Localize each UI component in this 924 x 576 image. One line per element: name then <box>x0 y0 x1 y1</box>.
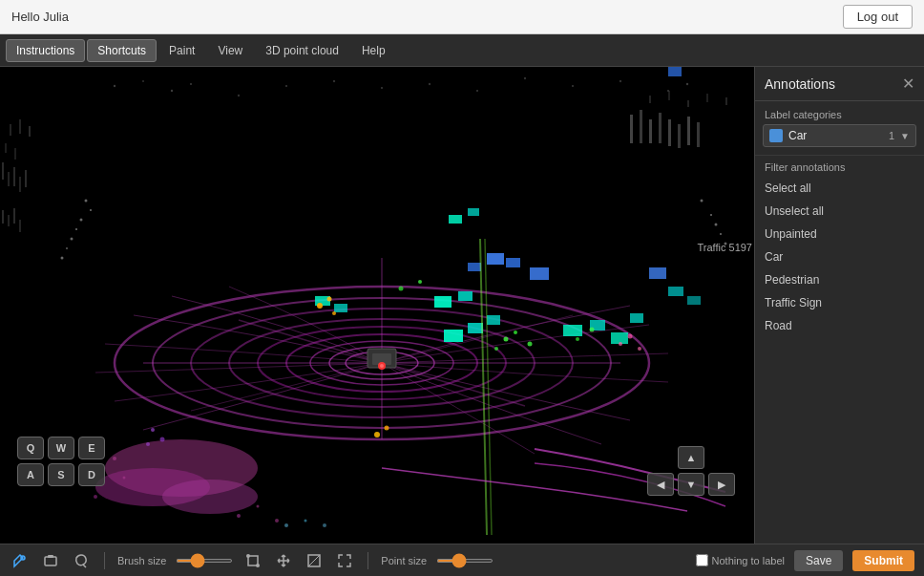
logout-button[interactable]: Log out <box>843 5 913 29</box>
svg-point-76 <box>327 297 332 302</box>
svg-point-67 <box>418 280 422 284</box>
keyboard-shortcuts-overlay: Q W E A S D <box>17 437 105 486</box>
filter-list: Select allUnselect allUnpaintedCarPedest… <box>755 177 924 337</box>
rect-select-icon[interactable] <box>40 550 61 571</box>
svg-rect-21 <box>10 124 11 136</box>
instructions-button[interactable]: Instructions <box>6 39 85 62</box>
crop-icon[interactable] <box>242 550 263 571</box>
nav-down-button[interactable]: ▼ <box>678 473 704 496</box>
svg-rect-115 <box>687 117 690 145</box>
svg-point-2 <box>142 80 144 82</box>
svg-rect-119 <box>13 167 15 186</box>
filter-item-traffic-sign[interactable]: Traffic Sign <box>755 291 924 314</box>
pen-tool-icon[interactable] <box>10 550 31 571</box>
svg-rect-116 <box>697 122 700 147</box>
top-bar: Hello Julia Log out <box>0 0 924 34</box>
fullscreen-icon[interactable] <box>334 550 355 571</box>
filter-item-unselect-all[interactable]: Unselect all <box>755 200 924 223</box>
svg-rect-60 <box>334 304 347 312</box>
close-panel-button[interactable]: ✕ <box>902 75 914 93</box>
svg-rect-128 <box>48 555 53 558</box>
brush-size-slider[interactable] <box>176 559 233 563</box>
svg-rect-111 <box>649 119 652 143</box>
svg-rect-50 <box>444 330 463 342</box>
svg-rect-20 <box>725 97 727 105</box>
nav-right-button[interactable]: ▶ <box>708 473 735 496</box>
svg-point-10 <box>476 90 478 92</box>
svg-rect-125 <box>19 220 21 232</box>
svg-point-11 <box>524 77 526 79</box>
svg-rect-25 <box>14 148 16 160</box>
greeting-text: Hello Julia <box>11 10 69 24</box>
view-button[interactable]: View <box>207 39 253 62</box>
svg-rect-110 <box>640 110 642 143</box>
paint-button[interactable]: Paint <box>158 39 205 62</box>
filter-item-select-all[interactable]: Select all <box>755 177 924 200</box>
main-area: Traffic 5197 Q W E A S D ▲ ◀ ▼ ▶ <box>0 67 924 544</box>
svg-point-12 <box>572 85 574 87</box>
lasso-icon[interactable] <box>71 550 92 571</box>
key-d: D <box>78 463 105 486</box>
save-button[interactable]: Save <box>794 550 843 571</box>
svg-rect-69 <box>487 253 504 265</box>
svg-rect-16 <box>649 96 651 103</box>
point-size-slider[interactable] <box>436 559 494 563</box>
submit-button[interactable]: Submit <box>852 550 914 571</box>
category-dropdown[interactable]: Car 1 ▼ <box>763 124 916 147</box>
filter-item-car[interactable]: Car <box>755 245 924 268</box>
svg-point-64 <box>494 347 498 351</box>
svg-rect-104 <box>668 287 683 296</box>
category-color-swatch <box>769 129 783 142</box>
filter-item-unpainted[interactable]: Unpainted <box>755 223 924 245</box>
svg-rect-105 <box>687 296 701 305</box>
svg-point-78 <box>374 432 380 437</box>
svg-rect-22 <box>19 119 21 134</box>
svg-rect-74 <box>668 67 682 76</box>
key-s: S <box>48 463 74 486</box>
svg-point-42 <box>113 457 116 460</box>
svg-rect-51 <box>468 323 483 333</box>
filter-item-road[interactable]: Road <box>755 314 924 337</box>
svg-point-90 <box>720 233 722 235</box>
svg-point-77 <box>332 311 336 315</box>
3d-point-cloud-button[interactable]: 3D point cloud <box>255 39 349 62</box>
nothing-to-label-checkbox[interactable] <box>696 554 708 566</box>
help-button[interactable]: Help <box>351 39 396 62</box>
svg-rect-19 <box>706 94 708 102</box>
nav-up-button[interactable]: ▲ <box>678 446 704 469</box>
svg-point-66 <box>576 337 579 341</box>
navigation-overlay: ▲ ◀ ▼ ▶ <box>647 446 735 496</box>
svg-point-99 <box>160 437 165 442</box>
key-q: Q <box>17 437 44 459</box>
svg-rect-17 <box>668 91 670 100</box>
svg-point-4 <box>190 83 192 85</box>
resize-icon[interactable] <box>304 550 325 571</box>
move-icon[interactable] <box>273 550 294 571</box>
label-categories-label: Label categories <box>755 101 924 124</box>
key-row-2: A S D <box>17 463 105 486</box>
point-cloud-viewport[interactable]: Traffic 5197 Q W E A S D ▲ ◀ ▼ ▶ <box>0 67 754 544</box>
svg-line-129 <box>83 565 86 567</box>
filter-item-pedestrian[interactable]: Pedestrian <box>755 268 924 291</box>
svg-point-41 <box>162 480 258 514</box>
svg-rect-130 <box>248 556 258 565</box>
svg-rect-120 <box>19 177 21 192</box>
svg-point-1 <box>114 85 116 87</box>
svg-point-5 <box>238 95 240 96</box>
key-row-1: Q W E <box>17 437 105 459</box>
svg-point-46 <box>257 505 260 508</box>
svg-rect-23 <box>29 126 31 137</box>
svg-rect-114 <box>678 124 681 148</box>
svg-point-65 <box>590 328 595 332</box>
shortcuts-button[interactable]: Shortcuts <box>87 39 157 62</box>
svg-rect-122 <box>2 210 4 224</box>
nav-left-button[interactable]: ◀ <box>647 473 674 496</box>
filter-annotations-label: Filter annotations <box>755 155 924 177</box>
svg-point-43 <box>123 477 126 480</box>
svg-point-9 <box>429 83 430 85</box>
traffic-label: Traffic 5197 <box>698 242 752 253</box>
svg-point-75 <box>317 303 323 309</box>
svg-point-108 <box>323 523 326 527</box>
svg-rect-52 <box>487 315 500 325</box>
svg-rect-48 <box>434 296 452 308</box>
